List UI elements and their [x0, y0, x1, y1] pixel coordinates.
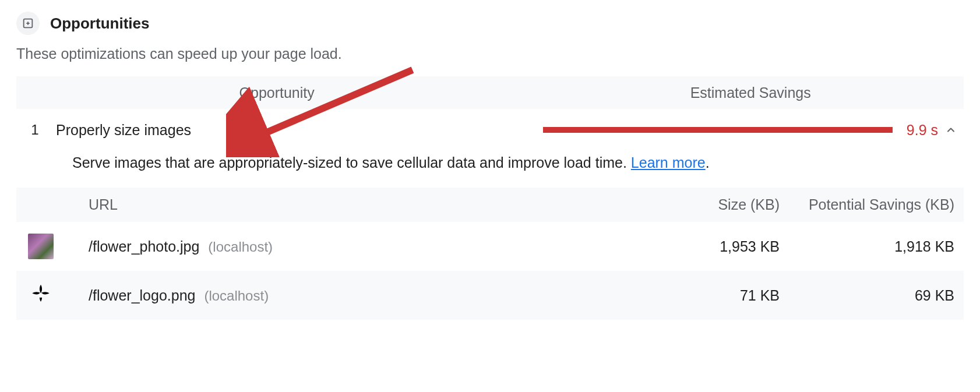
image-thumbnail-icon [28, 234, 54, 259]
row-path: /flower_photo.jpg [89, 238, 199, 255]
detail-col-size: Size (KB) [628, 196, 780, 213]
detail-row: /flower_photo.jpg (localhost) 1,953 KB 1… [16, 222, 964, 271]
col-header-opportunity: Opportunity [16, 84, 537, 101]
detail-header-row: URL Size (KB) Potential Savings (KB) [16, 188, 964, 222]
opportunity-savings-wrap: 9.9 s [543, 122, 943, 139]
section-title: Opportunities [50, 15, 149, 33]
row-size: 1,953 KB [628, 238, 780, 255]
image-thumbnail-icon [28, 282, 54, 308]
savings-bar [543, 127, 893, 133]
svg-point-3 [38, 293, 43, 298]
row-savings: 1,918 KB [780, 238, 954, 255]
opportunity-description-post: . [706, 154, 710, 171]
detail-col-url: URL [78, 196, 628, 213]
detail-table: URL Size (KB) Potential Savings (KB) /fl… [16, 188, 964, 320]
learn-more-link[interactable]: Learn more [631, 154, 706, 171]
opportunity-description: Serve images that are appropriately-size… [16, 151, 964, 188]
row-thumbnail [26, 282, 78, 308]
row-host: (localhost) [204, 288, 269, 303]
detail-col-savings: Potential Savings (KB) [780, 196, 954, 214]
opportunities-icon [16, 12, 40, 35]
opportunity-index: 1 [21, 122, 49, 138]
detail-row: /flower_logo.png (localhost) 71 KB 69 KB [16, 271, 964, 320]
section-subtitle: These optimizations can speed up your pa… [16, 45, 964, 62]
row-host: (localhost) [208, 239, 273, 255]
row-url: /flower_logo.png (localhost) [78, 287, 628, 304]
row-path: /flower_logo.png [89, 287, 195, 303]
row-thumbnail [26, 234, 78, 259]
chevron-up-icon[interactable] [943, 124, 959, 136]
col-header-savings: Estimated Savings [537, 84, 964, 101]
opportunity-description-text: Serve images that are appropriately-size… [72, 154, 631, 171]
opportunities-table: Opportunity Estimated Savings 1 Properly… [16, 76, 964, 320]
row-savings: 69 KB [780, 287, 954, 304]
row-url: /flower_photo.jpg (localhost) [78, 238, 628, 255]
opportunity-title: Properly size images [49, 122, 543, 139]
section-header: Opportunities [16, 12, 964, 35]
opportunity-row[interactable]: 1 Properly size images 9.9 s [16, 109, 964, 151]
table-header-row: Opportunity Estimated Savings [16, 76, 964, 109]
savings-time: 9.9 s [907, 122, 938, 139]
row-size: 71 KB [628, 287, 780, 304]
